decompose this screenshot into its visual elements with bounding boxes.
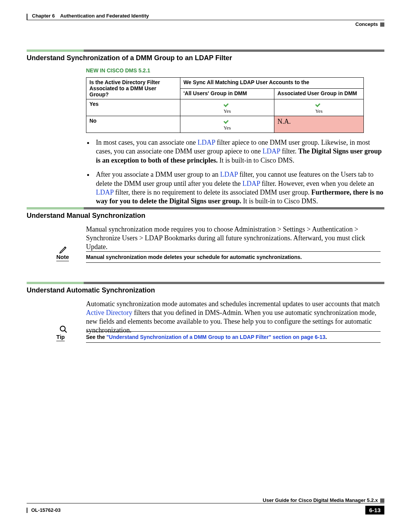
body-para: Automatic synchronization mode automates… xyxy=(86,300,381,335)
svg-point-0 xyxy=(60,326,65,331)
text: filter, there is no requirement to delet… xyxy=(113,189,311,196)
running-header-right: Concepts xyxy=(355,21,384,27)
tip-crossref-link[interactable]: "Understand Synchronization of a DMM Gro… xyxy=(107,334,325,340)
text: filter. xyxy=(280,147,298,155)
check-icon xyxy=(315,101,322,106)
footer-bottom-row: OL-15762-03 6-13 xyxy=(27,506,384,514)
text: In most cases, you can associate one xyxy=(96,139,198,146)
text: . xyxy=(325,334,327,340)
section-auto-sync: Understand Automatic Synchronization Aut… xyxy=(27,282,384,339)
section-sync-dmm-ldap: Understand Synchronization of a DMM Grou… xyxy=(27,50,384,211)
text: Automatic synchronization mode automates… xyxy=(86,300,380,308)
list-item: After you associate a DMM user group to … xyxy=(94,170,384,206)
text: It is built-in to Cisco DMS. xyxy=(218,157,295,164)
note-text: Manual synchronization mode deletes your… xyxy=(86,254,302,260)
bullet-list: In most cases, you can associate one LDA… xyxy=(86,138,384,206)
check-icon xyxy=(224,101,231,106)
sync-table: Is the Active Directory Filter Associate… xyxy=(86,77,364,133)
tip-text: See the "Understand Synchronization of a… xyxy=(86,334,327,340)
check-label: Yes xyxy=(183,125,271,131)
cell-all-users-no: Yes xyxy=(180,116,274,133)
section-manual-sync: Understand Manual Synchronization Manual… xyxy=(27,207,384,255)
header-rule-mark xyxy=(27,14,27,20)
col-span-header: We Sync All Matching LDAP User Accounts … xyxy=(180,78,364,89)
list-item: In most cases, you can associate one LDA… xyxy=(94,138,384,165)
text: After you associate a DMM user group to … xyxy=(96,171,220,178)
subheader-all-users: 'All Users' Group in DMM xyxy=(180,88,274,99)
text: See the xyxy=(86,334,107,340)
note-row: Manual synchronization mode deletes your… xyxy=(86,251,381,263)
ldap-link[interactable]: LDAP xyxy=(198,139,215,146)
check-label: Yes xyxy=(183,108,271,114)
section-rule xyxy=(27,50,384,52)
header-divider xyxy=(27,20,384,20)
running-header-left: Chapter 6 Authentication and Federated I… xyxy=(32,13,149,19)
check-label: Yes xyxy=(277,108,360,114)
text: It is built-in to Cisco DMS. xyxy=(241,197,318,205)
ldap-link[interactable]: LDAP xyxy=(220,171,237,178)
chapter-number: Chapter 6 xyxy=(32,13,55,19)
footer-rule-mark xyxy=(27,508,27,513)
section-label: Concepts xyxy=(355,21,378,27)
cell-all-users-yes: Yes xyxy=(180,99,274,116)
row-label: No xyxy=(86,116,180,133)
table-row: No Yes N.A. xyxy=(86,116,364,133)
ldap-link[interactable]: LDAP xyxy=(242,180,260,187)
heading-auto-sync: Understand Automatic Synchronization xyxy=(27,286,384,294)
ldap-link[interactable]: LDAP xyxy=(263,147,280,155)
footer-divider xyxy=(27,503,384,503)
text: filter. However, even when you delete an xyxy=(260,180,374,187)
tip-callout: Tip See the "Understand Synchronization … xyxy=(53,331,381,343)
row-label: Yes xyxy=(86,99,180,116)
chapter-title: Authentication and Federated Identity xyxy=(60,13,149,19)
page-number: 6-13 xyxy=(365,506,384,514)
body-para: Manual synchronization mode requires you… xyxy=(86,225,381,251)
cell-na: N.A. xyxy=(274,116,364,133)
table-header-row: Is the Active Directory Filter Associate… xyxy=(86,78,364,89)
heading-sync-dmm-ldap: Understand Synchronization of a DMM Grou… xyxy=(27,54,384,62)
check-icon xyxy=(224,118,231,123)
footer-guide-title: User Guide for Cisco Digital Media Manag… xyxy=(27,497,384,503)
tip-row: See the "Understand Synchronization of a… xyxy=(86,331,381,343)
ldap-link[interactable]: LDAP xyxy=(96,189,113,196)
subheader-assoc-group: Associated User Group in DMM xyxy=(274,88,364,99)
section-rule xyxy=(27,207,384,209)
active-directory-link[interactable]: Active Directory xyxy=(86,309,132,316)
note-label: Note xyxy=(56,254,69,261)
page: Chapter 6 Authentication and Federated I… xyxy=(0,0,411,532)
col1-header: Is the Active Directory Filter Associate… xyxy=(86,78,180,99)
new-in-badge: NEW IN CISCO DMS 5.2.1 xyxy=(86,67,384,73)
section-rule xyxy=(27,282,384,284)
para-text: Automatic synchronization mode automates… xyxy=(86,300,381,335)
para-text: Manual synchronization mode requires you… xyxy=(86,225,381,251)
table-row: Yes Yes Yes xyxy=(86,99,364,116)
footer-doc-id: OL-15762-03 xyxy=(27,507,61,513)
tip-label: Tip xyxy=(56,334,65,341)
cell-assoc-yes: Yes xyxy=(274,99,364,116)
page-footer: User Guide for Cisco Digital Media Manag… xyxy=(27,504,384,514)
note-callout: Note Manual synchronization mode deletes… xyxy=(53,251,381,263)
footer-marker-icon xyxy=(380,498,384,503)
header-marker-icon xyxy=(380,22,384,27)
heading-manual-sync: Understand Manual Synchronization xyxy=(27,212,384,220)
